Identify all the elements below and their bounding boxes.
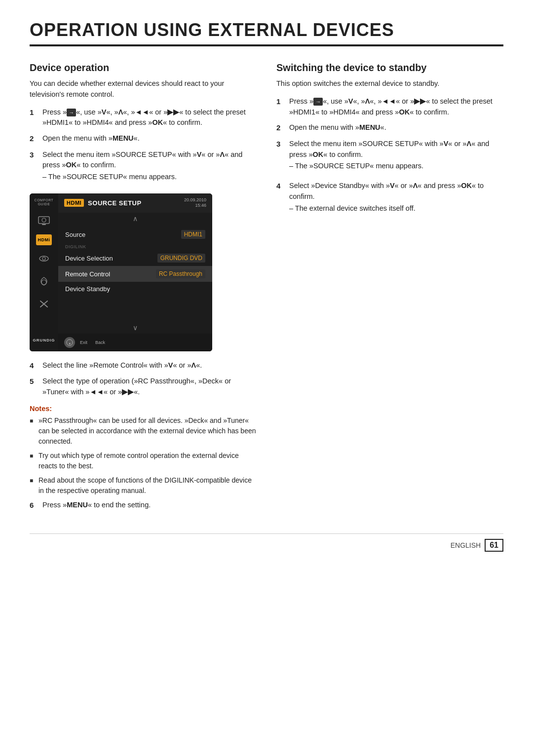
source-label: Source xyxy=(65,231,181,238)
right-column: Switching the device to standby This opt… xyxy=(276,62,503,516)
arrow-down: ∨ xyxy=(58,322,212,334)
tv-sidebar: COMFORTGUIDE HDMi xyxy=(30,193,58,351)
menu-row-source: Source HDMI1 xyxy=(58,227,212,242)
digilink-label: DIGILINK xyxy=(58,242,212,250)
step-3: 3 Select the menu item »SOURCE SETUP« wi… xyxy=(30,150,257,187)
svg-point-2 xyxy=(42,218,46,222)
svg-rect-0 xyxy=(38,217,49,224)
device-selection-value: GRUNDIG DVD xyxy=(157,254,205,263)
note-2: ■ Try out which type of remote control o… xyxy=(30,451,257,471)
right-step-4: 4 Select »Device Standby« with »V« or »Λ… xyxy=(276,181,503,218)
left-intro: You can decide whether external devices … xyxy=(30,78,257,100)
tv-menu-mockup: COMFORTGUIDE HDMi xyxy=(30,193,212,351)
audio-icon xyxy=(35,272,53,291)
svg-point-5 xyxy=(41,280,46,285)
device-selection-label: Device Selection xyxy=(65,255,157,262)
tv-footer: ● Exit Back xyxy=(58,334,212,351)
left-column: Device operation You can decide whether … xyxy=(30,62,257,516)
device-standby-label: Device Standby xyxy=(65,285,205,293)
tv-main-menu: HDMI SOURCE SETUP 20.09.2010 15:46 ∧ Sou… xyxy=(58,193,212,351)
note-3: ■ Read about the scope of functions of t… xyxy=(30,475,257,496)
svg-point-4 xyxy=(42,257,45,260)
step-5: 5 Select the type of operation (»RC Pass… xyxy=(30,376,257,398)
exit-btn: ● xyxy=(64,337,75,348)
right-steps: 1 Press »→«, use »V«, »Λ«, »◄◄« or »▶▶« … xyxy=(276,96,503,218)
note-1: ■ »RC Passthrough« can be used for all d… xyxy=(30,416,257,447)
footer-lang: ENGLISH xyxy=(451,541,481,549)
source-setup-title: SOURCE SETUP xyxy=(88,199,142,207)
step-2: 2 Open the menu with »MENU«. xyxy=(30,133,257,145)
notes-title: Notes: xyxy=(30,405,257,413)
exit-label: Exit xyxy=(80,340,87,345)
tv-icon xyxy=(35,212,53,230)
menu-row-remote-control: Remote Control RC Passthrough xyxy=(58,266,212,282)
left-steps: 1 Press »→«, use »V«, »Λ«, »◄◄« or »▶▶« … xyxy=(30,107,257,187)
remote-icon-right-1: → xyxy=(313,98,323,106)
step-6: 6 Press »MENU« to end the setting. xyxy=(30,500,257,511)
grundig-logo: GRUNDIG xyxy=(33,338,55,346)
svg-rect-1 xyxy=(42,224,46,225)
left-steps-lower: 4 Select the line »Remote Control« with … xyxy=(30,360,257,398)
menu-items: Source HDMI1 DIGILINK Device Selection G… xyxy=(58,225,212,322)
svg-text:●: ● xyxy=(69,341,71,344)
step-1: 1 Press »→«, use »V«, »Λ«, »◄◄« or »▶▶« … xyxy=(30,107,257,129)
step-3-note: – The »SOURCE SETUP« menu appears. xyxy=(42,172,257,183)
step-6-list: 6 Press »MENU« to end the setting. xyxy=(30,500,257,511)
tv-menu-header: HDMI SOURCE SETUP 20.09.2010 15:46 xyxy=(58,193,212,213)
tv-datetime: 20.09.2010 15:46 xyxy=(184,197,206,209)
tools-icon xyxy=(35,295,53,313)
menu-row-device-selection: Device Selection GRUNDIG DVD xyxy=(58,250,212,266)
menu-row-device-standby: Device Standby xyxy=(58,282,212,296)
right-step-1: 1 Press »→«, use »V«, »Λ«, »◄◄« or »▶▶« … xyxy=(276,96,503,118)
remote-icon-1: → xyxy=(67,109,76,117)
right-step-3: 3 Select the menu item »SOURCE SETUP« wi… xyxy=(276,139,503,176)
comfort-guide-label: COMFORTGUIDE xyxy=(35,198,54,207)
page-footer: ENGLISH 61 xyxy=(30,533,503,552)
right-step-4-note: – The external device switches itself of… xyxy=(289,203,503,214)
step-4: 4 Select the line »Remote Control« with … xyxy=(30,360,257,372)
notes-list: ■ »RC Passthrough« can be used for all d… xyxy=(30,416,257,496)
back-label: Back xyxy=(95,340,105,345)
right-step-2: 2 Open the menu with »MENU«. xyxy=(276,122,503,134)
eye-icon xyxy=(35,249,53,268)
right-section-title: Switching the device to standby xyxy=(276,62,503,74)
left-section-title: Device operation xyxy=(30,62,257,74)
page-number: 61 xyxy=(485,539,503,552)
right-step-3-note: – The »SOURCE SETUP« menu appears. xyxy=(289,161,503,172)
arrow-up: ∧ xyxy=(58,213,212,225)
hdmi-badge-icon: HDMi xyxy=(36,234,52,245)
hdmi-header-badge: HDMI xyxy=(64,199,84,207)
page-title: OPERATION USING EXTERNAL DEVICES xyxy=(30,20,503,46)
source-value: HDMI1 xyxy=(181,230,205,239)
remote-control-label: Remote Control xyxy=(65,270,156,278)
right-intro: This option switches the external device… xyxy=(276,78,503,89)
remote-control-value: RC Passthrough xyxy=(156,269,205,278)
notes-section: Notes: ■ »RC Passthrough« can be used fo… xyxy=(30,405,257,496)
